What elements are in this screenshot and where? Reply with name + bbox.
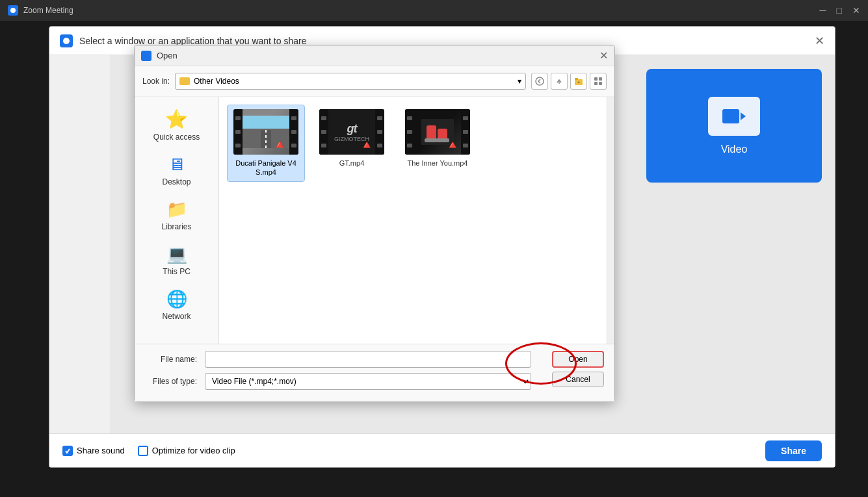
this-pc-icon: 💻: [166, 244, 187, 264]
film-strip-right: [289, 109, 298, 155]
files-of-type-select[interactable]: Video File (*.mp4;*.mov): [205, 373, 531, 390]
zoom-header-icon: [60, 34, 73, 47]
ducati-label: Ducati Panigale V4 S.mp4: [231, 159, 300, 177]
video-tile-label: Video: [721, 144, 748, 155]
optimize-checkmark: [138, 446, 148, 456]
dialog-close-button[interactable]: ✕: [599, 51, 608, 61]
look-in-label: Look in:: [142, 77, 170, 86]
svg-marker-3: [741, 112, 746, 120]
dialog-files-area: 🔺 Ducati Panigale V4 S.mp4 gt: [219, 97, 607, 344]
svg-rect-9: [594, 77, 598, 81]
network-icon: 🌐: [166, 289, 187, 309]
inneryou-label: The Inner You.mp4: [408, 159, 468, 168]
zoom-left-panel: [49, 55, 111, 467]
dialog-action-buttons: Open Cancel: [552, 351, 604, 387]
gt-cone-icon: 🔺: [360, 138, 374, 152]
film-strip-left: [233, 109, 243, 155]
titlebar-title: Zoom Meeting: [23, 6, 73, 15]
svg-text:+: +: [577, 80, 580, 84]
svg-rect-16: [261, 130, 271, 148]
svg-rect-12: [599, 82, 602, 85]
share-button[interactable]: Share: [765, 440, 822, 461]
libraries-icon: 📁: [166, 199, 187, 220]
network-label: Network: [162, 312, 191, 321]
open-file-dialog: Open ✕ Look in: Other Videos ▾: [134, 45, 615, 402]
ducati-thumbnail: 🔺: [233, 109, 298, 155]
file-name-input[interactable]: [205, 351, 531, 368]
libraries-label: Libraries: [161, 222, 191, 231]
file-item-inneryou[interactable]: 🔺 The Inner You.mp4: [399, 105, 477, 182]
gt-label: GT.mp4: [339, 159, 365, 168]
files-of-type-label: Files of type:: [145, 377, 197, 386]
sidebar-item-libraries[interactable]: 📁 Libraries: [135, 196, 218, 235]
gt-thumbnail: gt GIZMOTECH 🔺: [319, 109, 384, 155]
svg-rect-2: [722, 109, 739, 123]
share-sound-checkbox[interactable]: Share sound: [62, 446, 125, 456]
svg-rect-10: [599, 77, 602, 81]
open-button[interactable]: Open: [552, 351, 604, 368]
files-of-type-row: Files of type: Video File (*.mp4;*.mov): [145, 373, 544, 390]
optimize-checkbox[interactable]: Optimize for video clip: [138, 446, 235, 456]
share-sound-label: Share sound: [77, 446, 125, 455]
sidebar-item-this-pc[interactable]: 💻 This PC: [135, 240, 218, 280]
dialog-title-icon: [141, 51, 151, 61]
minimize-button[interactable]: ─: [820, 6, 826, 15]
back-button[interactable]: [531, 73, 548, 90]
optimize-label: Optimize for video clip: [152, 446, 235, 455]
svg-rect-21: [425, 138, 438, 142]
dialog-toolbar: +: [531, 73, 607, 90]
titlebar-controls: ─ □ ✕: [820, 6, 860, 15]
iy-film-right: [461, 109, 470, 155]
zoom-bottom-bar: Share sound Optimize for video clip Shar…: [49, 433, 835, 467]
file-item-gt[interactable]: gt GIZMOTECH 🔺 GT.mp4: [313, 105, 391, 182]
zoom-app-icon: [8, 5, 18, 16]
dropdown-arrow: ▾: [518, 77, 521, 86]
iy-cone-icon: 🔺: [445, 138, 460, 152]
desktop-icon: 🖥: [168, 155, 185, 175]
dialog-bottom: File name: Files of type: Video File (*.…: [135, 344, 614, 401]
zoom-close-button[interactable]: ✕: [815, 34, 824, 48]
view-button[interactable]: [590, 73, 607, 90]
gt-logo: gt: [347, 122, 357, 136]
file-name-row: File name:: [145, 351, 544, 368]
dialog-scrollbar[interactable]: [607, 97, 614, 344]
new-folder-button[interactable]: +: [570, 73, 587, 90]
up-button[interactable]: [551, 73, 568, 90]
sidebar-item-network[interactable]: 🌐 Network: [135, 285, 218, 325]
look-in-select-text: Other Videos: [179, 77, 239, 86]
file-name-label: File name:: [145, 355, 197, 364]
quick-access-label: Quick access: [153, 133, 200, 142]
share-sound-checkmark: [62, 446, 73, 456]
look-in-select[interactable]: Other Videos ▾: [175, 73, 526, 90]
cone-icon: 🔺: [272, 136, 288, 152]
iy-film-left: [405, 109, 414, 155]
folder-icon: [179, 77, 190, 85]
cancel-button[interactable]: Cancel: [552, 372, 604, 387]
file-item-ducati[interactable]: 🔺 Ducati Panigale V4 S.mp4: [227, 105, 305, 182]
gt-film-left: [319, 109, 328, 155]
maximize-button[interactable]: □: [837, 6, 842, 15]
this-pc-label: This PC: [163, 267, 191, 276]
dialog-sidebar: ⭐ Quick access 🖥 Desktop 📁 Libraries 💻 T…: [135, 97, 219, 344]
dialog-title-text: Open: [157, 51, 178, 60]
quick-access-icon: ⭐: [165, 108, 188, 130]
current-folder-label: Other Videos: [194, 77, 239, 86]
titlebar: Zoom Meeting ─ □ ✕: [0, 0, 868, 21]
zoom-window: Select a window or an application that y…: [49, 26, 835, 468]
sidebar-item-quick-access[interactable]: ⭐ Quick access: [135, 105, 218, 146]
video-tile-icon: [708, 97, 760, 136]
look-in-bar: Look in: Other Videos ▾ +: [135, 66, 614, 97]
inneryou-thumbnail: 🔺: [405, 109, 470, 155]
svg-point-0: [10, 8, 16, 13]
gt-film-right: [375, 109, 384, 155]
svg-point-1: [63, 38, 70, 44]
svg-rect-11: [594, 82, 598, 85]
video-tile[interactable]: Video: [646, 69, 822, 183]
dialog-body: ⭐ Quick access 🖥 Desktop 📁 Libraries 💻 T…: [135, 97, 614, 344]
dialog-titlebar: Open ✕: [135, 45, 614, 66]
svg-rect-14: [243, 116, 289, 129]
desktop-label: Desktop: [162, 177, 191, 186]
sidebar-item-desktop[interactable]: 🖥 Desktop: [135, 151, 218, 190]
close-button[interactable]: ✕: [852, 6, 860, 15]
